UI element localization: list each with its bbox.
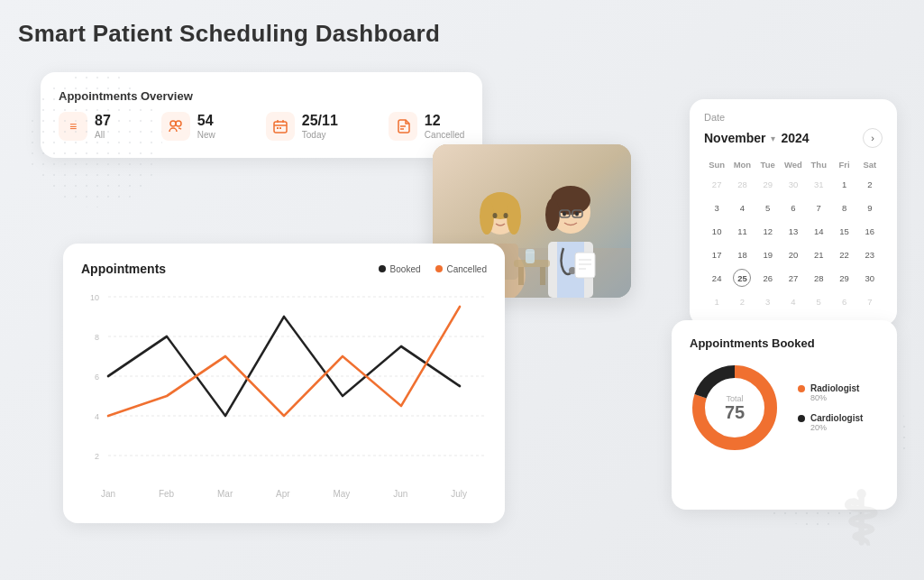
booked-content: Total 75 Radiologist 80% Cardiologist 20… — [690, 363, 879, 453]
calendar-day-21[interactable]: 21 — [806, 243, 831, 266]
calendar-day-31[interactable]: 31 — [806, 172, 831, 196]
calendar-day-10[interactable]: 10 — [704, 219, 729, 243]
calendar-day-20[interactable]: 20 — [781, 243, 806, 266]
chart-title: Appointments — [81, 262, 166, 276]
day-header-mon: Mon — [729, 157, 755, 172]
legend-radiologist: Radiologist 80% — [798, 383, 863, 402]
calendar-day-9[interactable]: 9 — [857, 196, 883, 219]
cardiologist-dot — [798, 415, 805, 422]
new-icon — [161, 112, 190, 141]
calendar-day-6[interactable]: 6 — [781, 196, 806, 219]
calendar-day-30[interactable]: 30 — [857, 266, 883, 290]
calendar-day-13[interactable]: 13 — [781, 219, 806, 243]
calendar-day-29[interactable]: 29 — [831, 266, 856, 290]
cancelled-dot — [435, 265, 443, 272]
calendar-day-5[interactable]: 5 — [755, 196, 781, 219]
booked-dot — [379, 265, 386, 272]
calendar-month-dropdown[interactable]: ▾ — [771, 133, 775, 143]
calendar-day-15[interactable]: 15 — [831, 219, 856, 243]
calendar-day-28[interactable]: 28 — [729, 172, 755, 196]
day-header-sun: Sun — [704, 157, 729, 172]
calendar-day-24[interactable]: 24 — [704, 266, 729, 290]
calendar-day-3[interactable]: 3 — [704, 196, 729, 219]
svg-point-19 — [504, 213, 508, 218]
radiologist-name: Radiologist — [810, 383, 859, 393]
legend-cardiologist: Cardiologist 20% — [798, 413, 863, 432]
svg-rect-37 — [540, 267, 545, 285]
svg-point-29 — [575, 212, 579, 216]
cancelled-icon — [389, 112, 417, 141]
day-header-tue: Tue — [755, 157, 781, 172]
svg-rect-6 — [279, 127, 281, 129]
overview-stats: ≡ 87 All 54 New — [59, 112, 464, 141]
calendar-month-year: November ▾ 2024 — [704, 131, 810, 145]
calendar-day-29[interactable]: 29 — [755, 172, 781, 196]
booked-legend: Radiologist 80% Cardiologist 20% — [798, 383, 863, 432]
calendar-day-4[interactable]: 4 — [781, 290, 806, 313]
calendar-day-11[interactable]: 11 — [729, 219, 755, 243]
calendar-day-22[interactable]: 22 — [831, 243, 856, 266]
x-label-feb: Feb — [159, 489, 174, 499]
calendar-day-2[interactable]: 2 — [729, 290, 755, 313]
calendar-day-8[interactable]: 8 — [831, 196, 856, 219]
calendar-day-25[interactable]: 25 — [729, 266, 755, 290]
calendar-day-27[interactable]: 27 — [704, 172, 729, 196]
calendar-day-28[interactable]: 28 — [806, 266, 831, 290]
all-icon: ≡ — [59, 112, 87, 141]
calendar-day-5[interactable]: 5 — [806, 290, 831, 313]
calendar-day-2[interactable]: 2 — [857, 172, 883, 196]
day-header-fri: Fri — [831, 157, 856, 172]
calendar-day-17[interactable]: 17 — [704, 243, 729, 266]
calendar-day-12[interactable]: 12 — [755, 219, 781, 243]
calendar-card: Date November ▾ 2024 › Sun Mon Tue Wed T… — [690, 99, 897, 326]
svg-rect-31 — [575, 253, 595, 278]
overview-title: Appointments Overview — [59, 89, 464, 103]
calendar-day-16[interactable]: 16 — [857, 219, 883, 243]
calendar-day-14[interactable]: 14 — [806, 219, 831, 243]
calendar-day-6[interactable]: 6 — [831, 290, 856, 313]
legend-booked: Booked — [379, 264, 421, 274]
booked-label: Booked — [390, 264, 421, 274]
calendar-day-7[interactable]: 7 — [857, 290, 883, 313]
calendar-day-4[interactable]: 4 — [729, 196, 755, 219]
donut-center: Total 75 — [725, 394, 745, 422]
calendar-day-23[interactable]: 23 — [857, 243, 883, 266]
radiologist-pct: 80% — [810, 393, 859, 402]
calendar-day-1[interactable]: 1 — [831, 172, 856, 196]
calendar-day-19[interactable]: 19 — [755, 243, 781, 266]
calendar-day-7[interactable]: 7 — [806, 196, 831, 219]
day-header-wed: Wed — [781, 157, 806, 172]
radiologist-text: Radiologist 80% — [810, 383, 859, 402]
calendar-day-27[interactable]: 27 — [781, 266, 806, 290]
x-label-apr: Apr — [276, 489, 290, 499]
page-title: Smart Patient Scheduling Dashboard — [18, 20, 440, 48]
svg-text:8: 8 — [95, 332, 99, 343]
calendar-header: November ▾ 2024 › — [704, 128, 883, 148]
legend-cancelled: Cancelled — [435, 264, 487, 274]
radiologist-dot — [798, 385, 805, 392]
day-header-sat: Sat — [857, 157, 883, 172]
stat-today-label: Today — [302, 130, 338, 140]
stat-today-value: 25/11 — [302, 114, 338, 128]
svg-text:6: 6 — [95, 372, 99, 382]
calendar-day-1[interactable]: 1 — [704, 290, 729, 313]
calendar-day-26[interactable]: 26 — [755, 266, 781, 290]
calendar-day-3[interactable]: 3 — [755, 290, 781, 313]
calendar-next-button[interactable]: › — [863, 128, 883, 148]
svg-text:10: 10 — [90, 292, 99, 303]
calendar-day-18[interactable]: 18 — [729, 243, 755, 266]
stat-cancelled: 12 Cancelled — [389, 112, 464, 141]
cardiologist-name: Cardiologist — [810, 413, 863, 423]
x-label-may: May — [333, 489, 350, 499]
stat-cancelled-label: Cancelled — [425, 130, 464, 140]
stat-today: 25/11 Today — [266, 112, 338, 141]
day-header-thu: Thu — [806, 157, 831, 172]
x-label-jun: Jun — [393, 489, 407, 499]
donut-chart: Total 75 — [690, 363, 780, 453]
calendar-grid: Sun Mon Tue Wed Thu Fri Sat 272829303112… — [704, 157, 883, 313]
calendar-day-30[interactable]: 30 — [781, 172, 806, 196]
svg-text:4: 4 — [95, 411, 99, 422]
appointments-chart-card: Appointments Booked Cancelled 10 8 6 4 — [63, 244, 505, 523]
stat-new-label: New — [197, 130, 215, 140]
svg-rect-5 — [277, 127, 279, 129]
